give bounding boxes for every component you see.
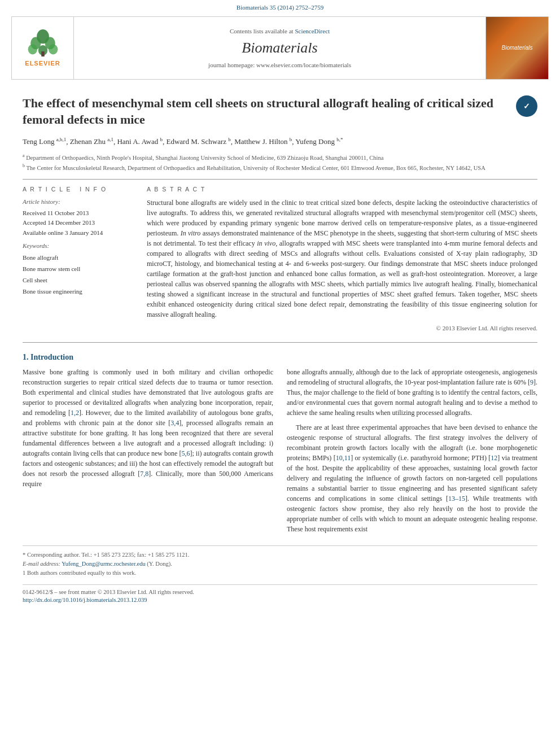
intro-para-2: bone allografts annually, although due t… [287, 367, 537, 418]
affiliation-a: a Department of Orthopaedics, Ninth Peop… [23, 152, 537, 162]
journal-badge-text: Biomaterials [501, 44, 532, 52]
footnotes-section: * Corresponding author. Tel.: +1 585 273… [23, 545, 537, 577]
svg-point-3 [28, 44, 37, 54]
ref-13[interactable]: 13–15 [448, 495, 465, 503]
svg-text:✓: ✓ [523, 102, 530, 111]
introduction-section: 1. Introduction Massive bone grafting is… [23, 352, 537, 539]
keyword-1: Bone allograft [23, 252, 135, 264]
article-info-heading: A R T I C L E I N F O [23, 185, 135, 194]
author-yufeng-dong: Yufeng Dong b,* [295, 137, 343, 146]
keyword-2: Bone marrow stem cell [23, 264, 135, 275]
corresponding-author: * Corresponding author. Tel.: +1 585 273… [23, 551, 537, 560]
svg-rect-6 [41, 51, 44, 56]
citation: Biomaterials 35 (2014) 2752–2759 [237, 4, 323, 11]
journal-header: ELSEVIER Contents lists available at Sci… [11, 16, 549, 80]
received-date: Received 11 October 2013 [23, 209, 135, 217]
sciencedirect-line: Contents lists available at ScienceDirec… [230, 27, 330, 36]
authors-line: Teng Long a,b,1, Zhenan Zhu a,1, Hani A.… [23, 135, 537, 148]
abstract-text: Structural bone allografts are widely us… [147, 198, 537, 320]
crossmark-container: ✓ [516, 95, 537, 117]
author-edward-schwarz: Edward M. Schwarz b [167, 137, 231, 146]
journal-title: Biomaterials [242, 38, 317, 58]
intro-body: Massive bone grafting is commonly used i… [23, 367, 537, 539]
issn-line: 0142-9612/$ – see front matter © 2013 El… [23, 588, 537, 597]
article-title: The effect of mesenchymal stem cell shee… [23, 95, 537, 128]
article-history-label: Article history: [23, 198, 135, 206]
ref-12[interactable]: 12 [491, 454, 497, 462]
author-teng-long: Teng Long a,b,1 [23, 137, 66, 146]
ref-5[interactable]: 5,6 [181, 449, 190, 457]
sciencedirect-link[interactable]: ScienceDirect [295, 28, 330, 34]
abstract-panel: A B S T R A C T Structural bone allograf… [147, 185, 537, 333]
keyword-3: Cell sheet [23, 275, 135, 286]
journal-homepage: journal homepage: www.elsevier.com/locat… [208, 61, 351, 69]
journal-header-center: Contents lists available at ScienceDirec… [74, 17, 486, 79]
email-link[interactable]: Yufeng_Dong@urmc.rochester.edu [62, 561, 145, 567]
intro-left-column: Massive bone grafting is commonly used i… [23, 367, 273, 539]
divider-1 [23, 179, 537, 180]
equal-contribution: 1 Both authors contributed equally to th… [23, 569, 537, 578]
article-info-panel: A R T I C L E I N F O Article history: R… [23, 185, 135, 333]
elsevier-tree-logo [26, 29, 60, 57]
keywords-list: Bone allograft Bone marrow stem cell Cel… [23, 252, 135, 297]
bottom-bar: 0142-9612/$ – see front matter © 2013 El… [23, 584, 537, 608]
ref-7[interactable]: 7,8 [140, 470, 148, 478]
intro-heading: 1. Introduction [23, 352, 537, 363]
crossmark-icon: ✓ [516, 95, 537, 117]
ref-3[interactable]: 3,4 [170, 419, 179, 427]
journal-cover-image: Biomaterials [486, 17, 548, 79]
intro-para-1: Massive bone grafting is commonly used i… [23, 367, 273, 489]
abstract-heading: A B S T R A C T [147, 185, 537, 194]
keywords-label: Keywords: [23, 242, 135, 250]
affiliation-b: b The Center for Musculoskeletal Researc… [23, 163, 537, 172]
ref-10[interactable]: 10,11 [336, 454, 351, 462]
keyword-4: Bone tissue engineering [23, 286, 135, 298]
accepted-date: Accepted 14 December 2013 [23, 219, 135, 227]
doi-link[interactable]: http://dx.doi.org/10.1016/j.biomaterials… [23, 597, 147, 603]
top-bar: Biomaterials 35 (2014) 2752–2759 [0, 0, 560, 14]
doi-line: http://dx.doi.org/10.1016/j.biomaterials… [23, 596, 537, 605]
elsevier-wordmark: ELSEVIER [25, 59, 60, 68]
ref-1[interactable]: 1,2 [71, 409, 79, 417]
author-zhenan-zhu: Zhenan Zhu a,1 [70, 137, 113, 146]
affiliations: a Department of Orthopaedics, Ninth Peop… [23, 152, 537, 172]
email-address: E-mail address: Yufeng_Dong@urmc.rochest… [23, 560, 537, 569]
available-date: Available online 3 January 2014 [23, 229, 135, 237]
ref-9[interactable]: 9 [530, 378, 533, 386]
copyright-notice: © 2013 Elsevier Ltd. All rights reserved… [147, 324, 537, 333]
elsevier-logo-container: ELSEVIER [12, 17, 74, 79]
intro-right-column: bone allografts annually, although due t… [287, 367, 537, 539]
intro-para-3: There are at least three experimental ap… [287, 422, 537, 534]
svg-point-5 [49, 44, 58, 54]
author-matthew-hilton: Matthew J. Hilton b [234, 137, 292, 146]
divider-2 [23, 342, 537, 343]
author-hani-awad: Hani A. Awad b [117, 137, 163, 146]
